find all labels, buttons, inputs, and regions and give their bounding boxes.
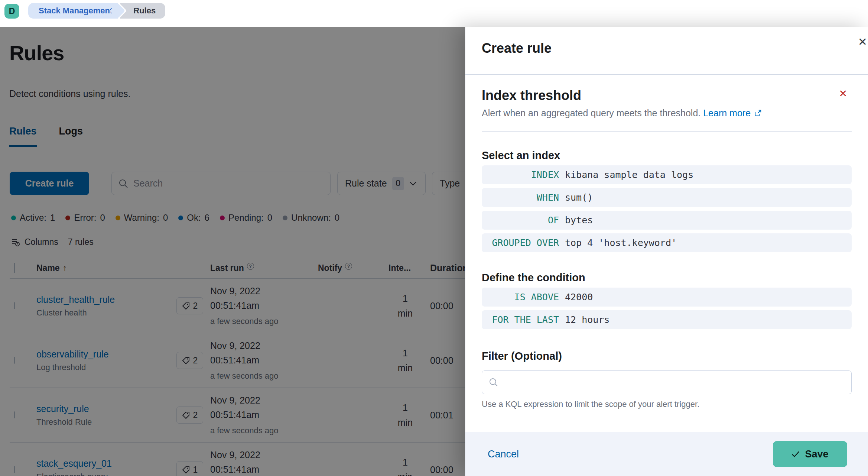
external-link-icon [754,109,762,117]
expression-when[interactable]: WHEN sum() [482,188,852,207]
rule-type-close-icon[interactable]: ✕ [839,88,847,100]
expression-grouped-over[interactable]: GROUPED OVER top 4 'host.keyword' [482,233,852,252]
flyout-footer: Cancel Save [465,432,868,476]
save-button[interactable]: Save [773,441,847,467]
top-header-bar: D Stack Management Rules [0,0,868,27]
divider [482,131,852,132]
select-index-heading: Select an index [482,149,852,162]
rule-type-name: Index threshold [482,88,581,103]
expression-is-above[interactable]: IS ABOVE 42000 [482,288,852,307]
expression-of[interactable]: OF bytes [482,211,852,230]
breadcrumb-rules: Rules [120,3,165,19]
condition-heading: Define the condition [482,272,852,284]
filter-heading: Filter (Optional) [482,350,852,362]
check-icon [791,451,800,457]
rule-type-description: Alert when an aggregated query meets the… [482,108,852,119]
kibana-rules-screen: Rules Detect conditions using rules. Rul… [0,0,868,476]
flyout-header: Create rule ✕ [465,27,868,75]
learn-more-link[interactable]: Learn more [703,108,762,119]
flyout-body: Index threshold ✕ Alert when an aggregat… [465,75,868,432]
flyout-title: Create rule [482,41,552,56]
expression-for-the-last[interactable]: FOR THE LAST 12 hours [482,310,852,329]
breadcrumb-stack-management[interactable]: Stack Management [28,3,118,19]
flyout-close-icon[interactable]: ✕ [858,35,867,48]
filter-help-text: Use a KQL expression to limit the scope … [482,399,852,409]
breadcrumb: Stack Management Rules [28,3,165,19]
avatar[interactable]: D [4,4,19,19]
kql-filter-box [482,370,852,394]
create-rule-flyout: Create rule ✕ Index threshold ✕ Alert wh… [465,27,868,476]
rule-type-header: Index threshold ✕ [482,88,852,103]
search-icon [489,378,498,387]
expression-index[interactable]: INDEX kibana_sample_data_logs [482,165,852,184]
cancel-button[interactable]: Cancel [488,449,519,460]
kql-filter-input[interactable] [504,377,845,388]
